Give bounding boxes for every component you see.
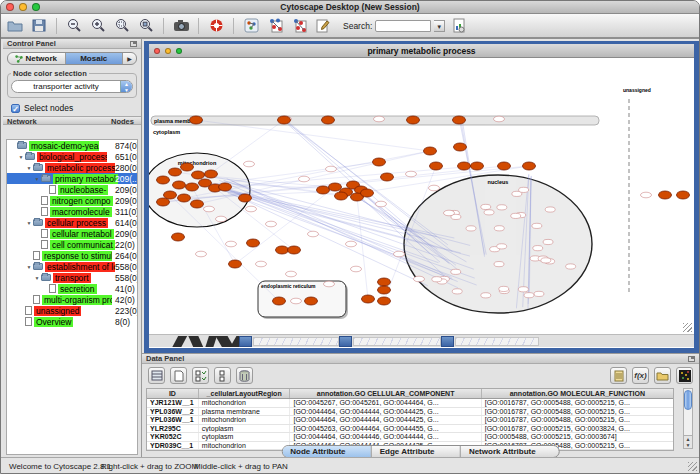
tree-row[interactable]: macromolecule311(0) bbox=[7, 206, 137, 217]
tree-row[interactable]: cellular metabol209(0) bbox=[7, 228, 137, 239]
network-node[interactable] bbox=[453, 116, 466, 124]
table-row[interactable]: YPL036W__2plasma membrane[GO:0044464, GO… bbox=[147, 408, 673, 417]
network-import-1-icon[interactable] bbox=[265, 16, 285, 36]
network-node[interactable] bbox=[471, 162, 484, 170]
network-node[interactable] bbox=[273, 297, 286, 305]
network-node[interactable] bbox=[205, 170, 218, 178]
network-node-label[interactable] bbox=[326, 166, 337, 172]
scrollbar-thumb[interactable] bbox=[684, 390, 692, 410]
network-node[interactable] bbox=[219, 183, 232, 191]
network-node-label[interactable] bbox=[291, 298, 302, 304]
tiled-window-preview[interactable] bbox=[455, 337, 539, 346]
network-node[interactable] bbox=[322, 116, 335, 124]
network-node[interactable] bbox=[157, 176, 170, 184]
tree-row[interactable]: nitrogen compo209(0) bbox=[7, 195, 137, 206]
table-row[interactable]: YLR295Ccytoplasm[GO:0045263, GO:0044464,… bbox=[147, 425, 673, 434]
network-node[interactable] bbox=[378, 278, 391, 286]
select-nodes-checkbox[interactable]: ✓ bbox=[11, 104, 20, 113]
network-node-label[interactable] bbox=[196, 251, 207, 257]
network-node-label[interactable] bbox=[484, 210, 494, 215]
network-node[interactable] bbox=[317, 186, 330, 194]
tiled-window-edge[interactable] bbox=[441, 336, 454, 347]
network-tree[interactable]: mosaic-demo-yeast874(0)▼biological_proce… bbox=[6, 139, 138, 455]
network-node-label[interactable] bbox=[451, 269, 461, 274]
network-node[interactable] bbox=[523, 162, 536, 170]
network-node-label[interactable] bbox=[566, 264, 576, 269]
network-node-label[interactable] bbox=[518, 287, 528, 292]
tiled-window-edge[interactable] bbox=[339, 336, 352, 347]
tree-row[interactable]: cell communicat22(0) bbox=[7, 239, 137, 250]
tree-row[interactable]: nucleobase-209(0) bbox=[7, 184, 137, 195]
tree-row[interactable]: ▼establishment of lo558(0) bbox=[7, 261, 137, 272]
vizmap-page-icon[interactable] bbox=[449, 16, 469, 36]
float-panel-icon[interactable] bbox=[688, 356, 695, 362]
select-attributes-icon[interactable] bbox=[192, 367, 209, 384]
attribute-grid-icon[interactable] bbox=[148, 367, 165, 384]
network-node-label[interactable] bbox=[406, 171, 417, 177]
network-node[interactable] bbox=[335, 192, 348, 200]
table-scrollbar[interactable]: ▲▼ bbox=[683, 388, 693, 449]
network-node[interactable] bbox=[407, 116, 420, 124]
network-node-label[interactable] bbox=[226, 241, 237, 247]
network-node-label[interactable] bbox=[519, 187, 529, 192]
formula-fx-icon[interactable]: f(x) bbox=[632, 367, 649, 384]
tab-mosaic[interactable]: Mosaic bbox=[66, 53, 124, 64]
network-import-2-icon[interactable] bbox=[289, 16, 309, 36]
tab-network[interactable]: Network bbox=[8, 53, 66, 64]
network-node[interactable] bbox=[498, 162, 511, 170]
network-node-label[interactable] bbox=[532, 223, 542, 228]
tree-row[interactable]: multi-organism pro42(0) bbox=[7, 294, 137, 305]
network-node[interactable] bbox=[173, 181, 186, 189]
network-node-label[interactable] bbox=[346, 241, 357, 247]
network-node[interactable] bbox=[276, 246, 289, 254]
network-node-label[interactable] bbox=[545, 207, 555, 212]
network-node[interactable] bbox=[362, 295, 375, 303]
network-node-label[interactable] bbox=[543, 239, 553, 244]
network-node-label[interactable] bbox=[432, 277, 442, 282]
network-node[interactable] bbox=[178, 194, 191, 202]
app-resize-grip[interactable] bbox=[688, 462, 697, 471]
tree-row[interactable]: ▼transport558(0) bbox=[7, 272, 137, 283]
table-column-header[interactable]: _cellularLayoutRegion bbox=[199, 389, 291, 398]
table-column-header[interactable]: annotation.GO MOLECULAR_FUNCTION bbox=[482, 389, 673, 398]
network-node[interactable] bbox=[288, 246, 301, 254]
network-node[interactable] bbox=[172, 233, 185, 241]
attribute-batch-icon[interactable] bbox=[610, 367, 627, 384]
tab-node-attribute-browser[interactable]: Node Attribute Browser bbox=[282, 446, 372, 457]
import-attributes-folder-icon[interactable] bbox=[654, 367, 671, 384]
network-node[interactable] bbox=[229, 260, 242, 268]
node-color-dropdown[interactable]: transporter activity ▲▼ bbox=[11, 80, 133, 93]
open-folder-icon[interactable] bbox=[5, 16, 25, 36]
zoom-fit-icon[interactable] bbox=[136, 16, 156, 36]
tree-row[interactable]: ▼metabolic process280(0) bbox=[7, 162, 137, 173]
network-node-label[interactable] bbox=[394, 251, 405, 257]
network-node-label[interactable] bbox=[351, 266, 362, 272]
zoom-selected-icon[interactable] bbox=[112, 16, 132, 36]
table-row[interactable]: YJR121W__1mitochondrion[GO:0045267, GO:0… bbox=[147, 399, 673, 408]
mosaic-panel-icon[interactable] bbox=[241, 16, 261, 36]
snapshot-camera-icon[interactable] bbox=[171, 16, 191, 36]
network-node[interactable] bbox=[190, 116, 203, 124]
network-node-label[interactable] bbox=[286, 271, 297, 277]
search-input[interactable] bbox=[375, 20, 431, 32]
matrix-view-icon[interactable] bbox=[676, 367, 693, 384]
network-node-label[interactable] bbox=[511, 213, 521, 218]
window-resize-grip[interactable] bbox=[683, 323, 692, 332]
search-dropdown-arrow-icon[interactable]: ▼ bbox=[434, 20, 445, 32]
network-node-label[interactable] bbox=[494, 116, 505, 122]
table-row[interactable]: YPL036W__1mitochondrion[GO:0044464, GO:0… bbox=[147, 416, 673, 425]
delete-attribute-icon[interactable] bbox=[236, 367, 253, 384]
zoom-out-icon[interactable] bbox=[64, 16, 84, 36]
network-node-label[interactable] bbox=[444, 210, 455, 216]
disclosure-triangle-icon[interactable]: ▼ bbox=[17, 154, 25, 160]
tab-network-attribute-browser[interactable]: Network Attribute Browser bbox=[461, 446, 559, 457]
unselect-attributes-icon[interactable] bbox=[214, 367, 231, 384]
tab-edge-attribute-browser[interactable]: Edge Attribute Browser bbox=[372, 446, 461, 457]
disclosure-triangle-icon[interactable]: ▼ bbox=[25, 165, 33, 171]
network-node-label[interactable] bbox=[481, 204, 491, 209]
network-node-label[interactable] bbox=[541, 258, 551, 263]
network-node[interactable] bbox=[186, 183, 199, 191]
network-node[interactable] bbox=[192, 171, 205, 179]
tree-row[interactable]: secretion41(0) bbox=[7, 283, 137, 294]
network-node[interactable] bbox=[239, 194, 252, 202]
